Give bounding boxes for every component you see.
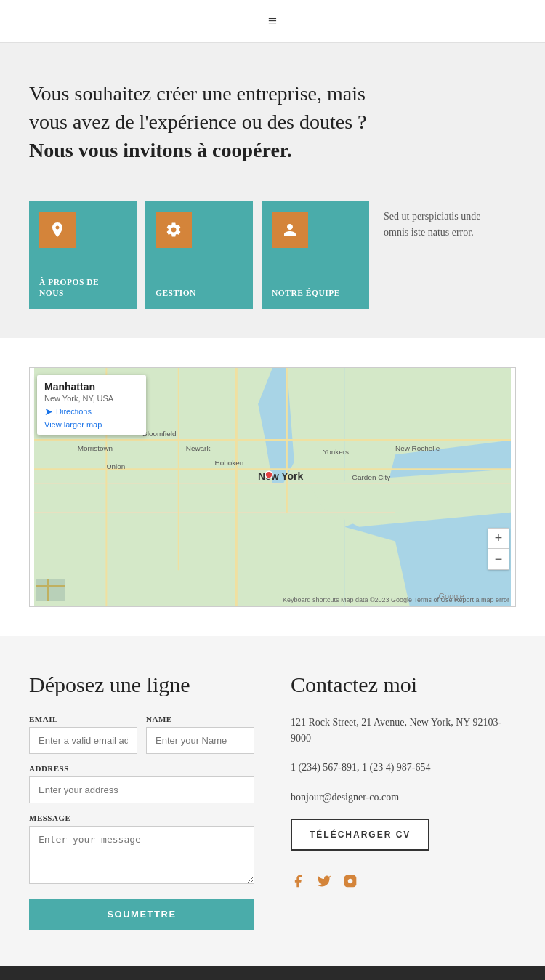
svg-text:Morristown: Morristown [78,444,113,452]
cards-section: À PROPOS DENOUS GESTION [0,194,545,338]
contact-email: bonjour@designer-co.com [291,790,516,806]
email-label: EMAIL [29,715,137,723]
contact-info-panel: Contactez moi 121 Rock Street, 21 Avenue… [291,672,516,893]
svg-rect-28 [47,579,49,601]
form-group-name: NAME [146,715,254,754]
name-input[interactable] [146,727,254,754]
form-group-message: MESSAGE [29,814,254,884]
hero-section: Vous souhaitez créer une entreprise, mai… [0,43,545,194]
hero-text: Vous souhaitez créer une entreprise, mai… [29,79,407,165]
directions-link[interactable]: Directions [56,407,92,416]
map-zoom-controls: + − [488,528,509,570]
hero-text-normal: Vous souhaitez créer une entreprise, mai… [29,82,367,133]
card-gestion[interactable]: GESTION [145,201,253,309]
download-cv-button[interactable]: TÉLÉCHARGER CV [291,819,429,851]
card-about-label: À PROPOS DENOUS [39,277,99,299]
card-team-label: NOTRE ÉQUIPE [272,288,340,299]
zoom-out-button[interactable]: − [488,549,509,569]
svg-point-24 [265,471,272,478]
svg-text:Union: Union [106,462,125,470]
zoom-in-button[interactable]: + [488,529,509,549]
contact-title: Contactez moi [291,672,516,697]
map-popup-title: Manhattan [44,381,139,393]
address-label: ADDRESS [29,764,254,773]
contact-section: Déposez une ligne EMAIL NAME ADDRESS MES… [0,636,545,966]
side-text: Sed ut perspiciatis unde omnis iste natu… [384,201,500,241]
cards-container: À PROPOS DENOUS GESTION [29,201,369,309]
svg-text:Bloomfield: Bloomfield [142,430,176,438]
svg-text:Yonkers: Yonkers [323,448,350,456]
svg-text:Newark: Newark [186,444,211,452]
facebook-icon[interactable] [291,874,305,892]
card-icon-team [272,212,308,248]
map-section: New York Hoboken Newark Yonkers Garden C… [0,338,545,636]
card-about[interactable]: À PROPOS DENOUS [29,201,137,309]
svg-text:Hoboken: Hoboken [214,459,243,467]
form-group-address: ADDRESS [29,764,254,803]
form-group-email: EMAIL [29,715,137,754]
contact-phone: 1 (234) 567-891, 1 (23 4) 987-654 [291,760,516,776]
directions-icon: ➤ [44,406,53,417]
twitter-icon[interactable] [317,874,331,892]
name-label: NAME [146,715,254,723]
gear-icon [165,221,182,238]
header: ≡ [0,0,545,43]
person-icon [281,221,299,238]
map-popup-subtitle: New York, NY, USA [44,394,139,403]
message-textarea[interactable] [29,826,254,884]
social-icons [291,874,516,892]
contact-form-panel: Déposez une ligne EMAIL NAME ADDRESS MES… [29,672,254,930]
map-thumbnail [36,579,65,601]
email-input[interactable] [29,727,137,754]
svg-text:New Rochelle: New Rochelle [395,444,440,452]
card-gestion-label: GESTION [156,288,196,299]
map-footer: Keyboard shortcuts Map data ©2023 Google… [283,596,509,603]
card-icon-about [39,212,76,248]
form-title: Déposez une ligne [29,672,254,697]
card-icon-gestion [156,212,192,248]
svg-rect-27 [36,585,65,587]
hamburger-icon[interactable]: ≡ [268,12,277,31]
footer: Sample text. Click to select the Text El… [0,966,545,980]
location-icon [49,221,66,238]
card-team[interactable]: NOTRE ÉQUIPE [262,201,369,309]
address-input[interactable] [29,776,254,803]
svg-text:New York: New York [258,470,303,482]
view-larger-map-link[interactable]: View larger map [44,420,139,429]
map-container[interactable]: New York Hoboken Newark Yonkers Garden C… [29,367,516,607]
map-popup: Manhattan New York, NY, USA ➤ Directions… [37,375,146,435]
message-label: MESSAGE [29,814,254,822]
instagram-icon[interactable] [343,874,358,892]
form-row-email-name: EMAIL NAME [29,715,254,754]
map-popup-directions-row: ➤ Directions [44,406,139,417]
submit-button[interactable]: SOUMETTRE [29,899,254,930]
svg-rect-26 [36,579,65,601]
hero-text-bold: Nous vous invitons à coopérer. [29,139,292,161]
contact-address: 121 Rock Street, 21 Avenue, New York, NY… [291,715,516,747]
svg-text:Garden City: Garden City [352,473,390,481]
